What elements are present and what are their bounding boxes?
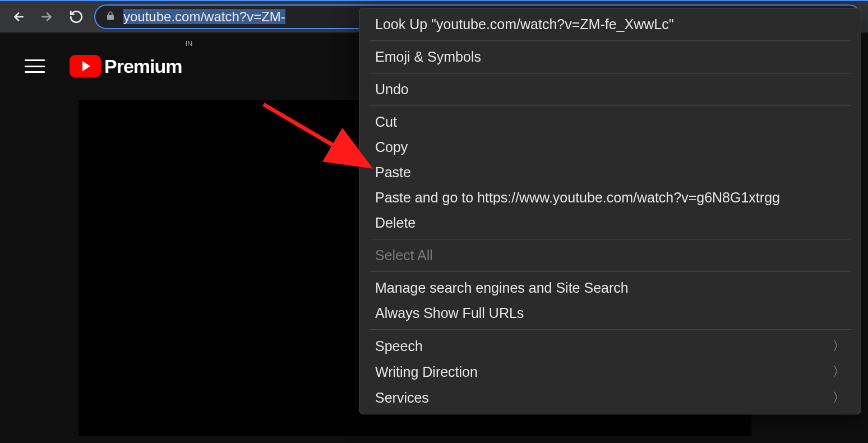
region-badge: IN: [186, 39, 193, 48]
ctx-paste-and-go[interactable]: Paste and go to https://www.youtube.com/…: [359, 185, 861, 210]
youtube-brand-text: Premium: [104, 56, 182, 77]
forward-button[interactable]: [36, 6, 58, 28]
ctx-cut[interactable]: Cut: [359, 109, 861, 135]
ctx-separator: [370, 73, 851, 73]
ctx-lookup[interactable]: Look Up "youtube.com/watch?v=ZM-fe_XwwLc…: [359, 12, 861, 37]
ctx-emoji-symbols[interactable]: Emoji & Symbols: [359, 44, 861, 70]
lock-icon: [105, 11, 116, 23]
back-button[interactable]: [7, 6, 29, 28]
ctx-manage-search-engines[interactable]: Manage search engines and Site Search: [359, 275, 861, 301]
youtube-logo[interactable]: Premium IN: [70, 55, 193, 77]
ctx-always-show-full-urls[interactable]: Always Show Full URLs: [359, 301, 861, 326]
ctx-separator: [370, 40, 851, 41]
reload-button[interactable]: [65, 6, 87, 28]
ctx-separator: [370, 105, 851, 106]
context-menu: Look Up "youtube.com/watch?v=ZM-fe_XwwLc…: [359, 8, 861, 414]
chevron-right-icon: 〉: [833, 363, 845, 380]
hamburger-menu-button[interactable]: [25, 56, 45, 76]
ctx-delete[interactable]: Delete: [359, 210, 861, 236]
youtube-play-icon: [70, 55, 101, 77]
url-text[interactable]: youtube.com/watch?v=ZM-: [123, 9, 285, 25]
ctx-writing-direction[interactable]: Writing Direction〉: [359, 359, 861, 385]
ctx-services[interactable]: Services〉: [359, 385, 861, 410]
ctx-speech[interactable]: Speech〉: [359, 333, 861, 359]
ctx-copy[interactable]: Copy: [359, 135, 861, 160]
ctx-select-all: Select All: [359, 243, 861, 268]
ctx-separator: [370, 329, 851, 330]
ctx-separator: [370, 239, 851, 239]
ctx-paste[interactable]: Paste: [359, 160, 861, 185]
chevron-right-icon: 〉: [833, 389, 845, 406]
ctx-separator: [370, 271, 851, 272]
chevron-right-icon: 〉: [833, 338, 845, 354]
ctx-undo[interactable]: Undo: [359, 77, 861, 102]
